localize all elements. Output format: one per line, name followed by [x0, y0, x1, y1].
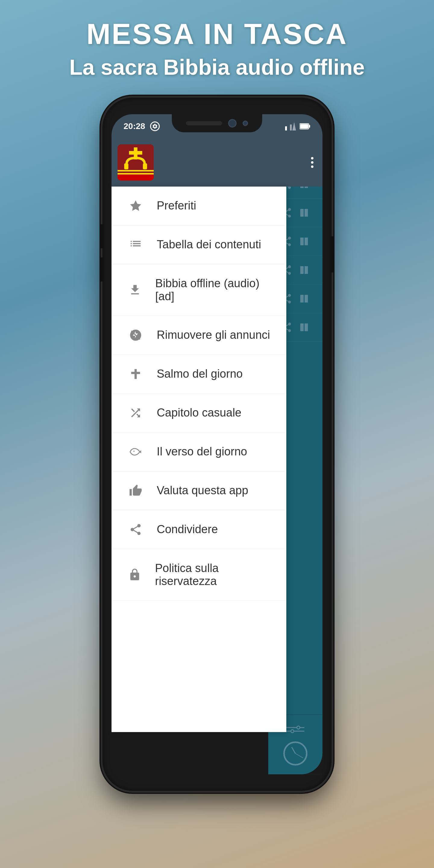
- bibbia-label: Bibbia offline (audio) [ad]: [155, 277, 271, 303]
- star-icon: [127, 199, 145, 213]
- svg-rect-21: [131, 372, 140, 374]
- volume-down-button: [100, 257, 104, 281]
- svg-marker-0: [292, 122, 296, 130]
- menu-item-verso[interactable]: Il verso del giorno: [112, 433, 286, 471]
- book-icon-r5[interactable]: [299, 293, 310, 304]
- book-icon-r6[interactable]: [299, 321, 310, 333]
- volume-up-button: [100, 224, 104, 248]
- thumbup-icon: [127, 484, 145, 497]
- signal-icon: [285, 122, 296, 130]
- verso-label: Il verso del giorno: [157, 445, 247, 458]
- app-subtitle: La sacra Bibbia audio offline: [69, 55, 365, 80]
- menu-item-tabella[interactable]: Tabella dei contenuti: [112, 225, 286, 264]
- book-icon-r3[interactable]: [299, 236, 310, 247]
- menu-item-bibbia[interactable]: Bibbia offline (audio) [ad]: [112, 264, 286, 316]
- preferiti-label: Preferiti: [157, 199, 196, 212]
- phone-mockup: 20:28: [102, 98, 332, 791]
- book-icon-r4[interactable]: [299, 264, 310, 276]
- svg-rect-2: [285, 126, 287, 130]
- svg-point-17: [291, 730, 294, 733]
- menu-item-capitolo[interactable]: Capitolo casuale: [112, 394, 286, 433]
- navigation-drawer: Preferiti Tabella dei contenuti Bibbia o…: [112, 187, 286, 732]
- menu-item-rimuovere[interactable]: Rimuovere gli annunci: [112, 316, 286, 355]
- lock-icon: [127, 568, 143, 581]
- tabella-label: Tabella dei contenuti: [157, 238, 261, 251]
- app-header: [112, 138, 322, 187]
- list-icon: [127, 238, 145, 251]
- app-logo: [118, 144, 154, 181]
- valuta-label: Valuta questa app: [157, 484, 248, 497]
- menu-item-politica[interactable]: Politica sulla riservatezza: [112, 549, 286, 601]
- front-sensor: [243, 121, 248, 126]
- svg-rect-5: [300, 124, 308, 128]
- power-button: [330, 236, 334, 273]
- salmo-label: Salmo del giorno: [157, 367, 243, 380]
- clock-icon[interactable]: [283, 741, 307, 766]
- app-title: MESSA IN TASCA: [69, 18, 365, 50]
- menu-item-salmo[interactable]: Salmo del giorno: [112, 355, 286, 394]
- condividere-label: Condividere: [157, 523, 218, 536]
- share-menu-icon: [127, 523, 145, 536]
- front-camera: [228, 119, 237, 127]
- block-icon: [127, 329, 145, 342]
- svg-point-16: [297, 726, 300, 729]
- menu-item-preferiti[interactable]: Preferiti: [112, 187, 286, 225]
- speaker: [186, 121, 222, 125]
- download-icon: [127, 283, 143, 297]
- svg-rect-1: [290, 124, 292, 130]
- status-left: 20:28: [124, 121, 160, 131]
- menu-item-valuta[interactable]: Valuta questa app: [112, 471, 286, 510]
- svg-rect-8: [118, 173, 154, 175]
- menu-item-condividere[interactable]: Condividere: [112, 510, 286, 549]
- battery-icon: [300, 123, 310, 130]
- svg-rect-13: [143, 163, 147, 169]
- tune-icon[interactable]: [286, 723, 304, 735]
- cross-icon: [127, 367, 145, 381]
- svg-point-22: [133, 451, 135, 452]
- status-time: 20:28: [124, 121, 145, 131]
- more-options-button[interactable]: [311, 157, 313, 168]
- rimuovere-label: Rimuovere gli annunci: [157, 329, 270, 341]
- capitolo-label: Capitolo casuale: [157, 406, 241, 419]
- phone-notch: [172, 114, 262, 132]
- fish-icon: [127, 445, 145, 458]
- shuffle-icon: [127, 406, 145, 420]
- settings-icon[interactable]: [150, 121, 160, 131]
- header-right: [311, 157, 313, 168]
- svg-rect-7: [118, 170, 154, 172]
- status-right: [285, 122, 310, 130]
- svg-rect-9: [118, 176, 154, 181]
- svg-rect-11: [129, 151, 142, 155]
- book-icon-r2[interactable]: [299, 207, 310, 218]
- politica-label: Politica sulla riservatezza: [155, 562, 271, 588]
- svg-rect-12: [124, 163, 128, 169]
- svg-rect-4: [309, 125, 310, 127]
